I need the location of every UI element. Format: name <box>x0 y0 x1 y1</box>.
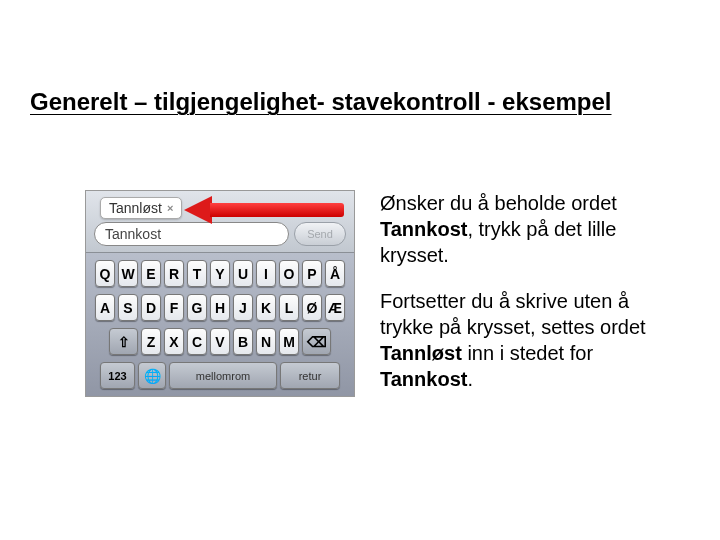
key-n[interactable]: N <box>256 328 276 355</box>
p2-post: . <box>467 368 473 390</box>
autocorrect-suggestion[interactable]: Tannløst × <box>100 197 182 219</box>
input-area: Tannløst × Tannkost Send <box>86 191 354 253</box>
p2-bold2: Tannkost <box>380 368 467 390</box>
p1-bold: Tannkost <box>380 218 467 240</box>
key-æ[interactable]: Æ <box>325 294 345 321</box>
key-w[interactable]: W <box>118 260 138 287</box>
p2-pre: Fortsetter du å skrive uten å trykke på … <box>380 290 646 338</box>
key-u[interactable]: U <box>233 260 253 287</box>
page-title: Generelt – tilgjengelighet- stavekontrol… <box>30 88 612 116</box>
key-mellomrom[interactable]: mellomrom <box>169 362 277 389</box>
keyboard: QWERTYUIOPÅ ASDFGHJKLØÆ ⇧ZXCVBNM⌫ 123🌐me… <box>86 253 354 396</box>
p1-pre: Ønsker du å beholde ordet <box>380 192 617 214</box>
key-y[interactable]: Y <box>210 260 230 287</box>
key-⇧[interactable]: ⇧ <box>109 328 138 355</box>
key-e[interactable]: E <box>141 260 161 287</box>
p2-mid: inn i stedet for <box>462 342 593 364</box>
key-x[interactable]: X <box>164 328 184 355</box>
message-input-value: Tannkost <box>105 226 161 242</box>
key-b[interactable]: B <box>233 328 253 355</box>
key-p[interactable]: P <box>302 260 322 287</box>
key-v[interactable]: V <box>210 328 230 355</box>
key-h[interactable]: H <box>210 294 230 321</box>
dismiss-suggestion-x[interactable]: × <box>167 202 173 214</box>
phone-mock: Tannløst × Tannkost Send QWERTYUIOPÅ ASD… <box>85 190 355 397</box>
key-a[interactable]: A <box>95 294 115 321</box>
suggestion-text: Tannløst <box>109 200 162 216</box>
key-j[interactable]: J <box>233 294 253 321</box>
key-m[interactable]: M <box>279 328 299 355</box>
send-button[interactable]: Send <box>294 222 346 246</box>
key-k[interactable]: K <box>256 294 276 321</box>
message-input[interactable]: Tannkost <box>94 222 289 246</box>
key-o[interactable]: O <box>279 260 299 287</box>
key-retur[interactable]: retur <box>280 362 340 389</box>
phone-column: Tannløst × Tannkost Send QWERTYUIOPÅ ASD… <box>85 190 355 397</box>
key-ø[interactable]: Ø <box>302 294 322 321</box>
paragraph-1: Ønsker du å beholde ordet Tannkost, tryk… <box>380 190 680 268</box>
key-i[interactable]: I <box>256 260 276 287</box>
key-r[interactable]: R <box>164 260 184 287</box>
key-f[interactable]: F <box>164 294 184 321</box>
key-g[interactable]: G <box>187 294 207 321</box>
explanation-text: Ønsker du å beholde ordet Tannkost, tryk… <box>380 190 680 412</box>
key-c[interactable]: C <box>187 328 207 355</box>
key-s[interactable]: S <box>118 294 138 321</box>
content-row: Tannløst × Tannkost Send QWERTYUIOPÅ ASD… <box>85 190 680 412</box>
paragraph-2: Fortsetter du å skrive uten å trykke på … <box>380 288 680 392</box>
callout-arrow <box>184 198 344 222</box>
key-z[interactable]: Z <box>141 328 161 355</box>
key-l[interactable]: L <box>279 294 299 321</box>
key-q[interactable]: Q <box>95 260 115 287</box>
p2-bold1: Tannløst <box>380 342 462 364</box>
key-t[interactable]: T <box>187 260 207 287</box>
key-🌐[interactable]: 🌐 <box>138 362 166 389</box>
key-⌫[interactable]: ⌫ <box>302 328 331 355</box>
key-123[interactable]: 123 <box>100 362 135 389</box>
key-d[interactable]: D <box>141 294 161 321</box>
key-å[interactable]: Å <box>325 260 345 287</box>
